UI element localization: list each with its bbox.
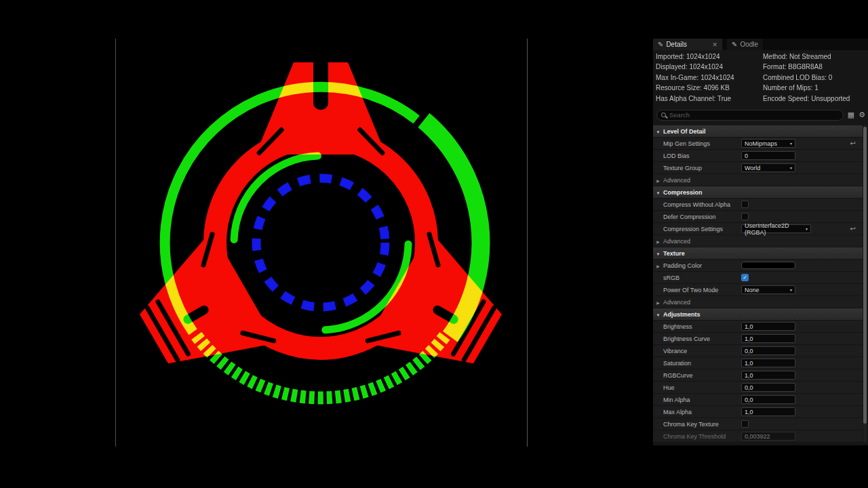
- settings-gear-icon[interactable]: ⚙: [859, 111, 865, 119]
- section-label: Texture: [663, 250, 685, 257]
- chevron-down-icon: ▾: [790, 141, 792, 146]
- property-label: Min Alpha: [663, 396, 741, 403]
- chevron-down-icon: ▾: [790, 165, 792, 170]
- property-label: LOD Bias: [663, 152, 741, 159]
- property-label: Brightness Curve: [663, 336, 741, 342]
- row-lod-bias: LOD Bias 0: [653, 150, 863, 162]
- dropdown-value: UserInterface2D (RGBA): [745, 222, 804, 236]
- tab-oodle-label: Oodle: [740, 41, 758, 48]
- row-chroma-key-threshold: Chroma Key Threshold 0,003922: [653, 430, 863, 443]
- collapsed-icon: ▶: [656, 179, 660, 183]
- property-label: Chroma Key Threshold: [663, 433, 741, 440]
- texture-preview-viewport[interactable]: [116, 39, 527, 447]
- advanced-label: Advanced: [663, 238, 863, 245]
- section-label: Adjustments: [663, 311, 701, 318]
- property-label: Compress Without Alpha: [663, 201, 741, 208]
- row-advanced-lod[interactable]: ▶ Advanced: [653, 174, 863, 186]
- row-hue: Hue 0,0: [653, 382, 863, 394]
- section-compression[interactable]: ▼ Compression: [653, 186, 863, 199]
- expand-icon: ▼: [656, 191, 660, 195]
- row-defer-compression: Defer Compression: [653, 211, 863, 223]
- power-of-two-mode-dropdown[interactable]: None ▾: [741, 285, 795, 294]
- scrollbar-thumb[interactable]: [863, 127, 867, 424]
- info-displayed: Displayed: 1024x1024: [656, 62, 763, 72]
- mip-gen-settings-dropdown[interactable]: NoMipmaps ▾: [741, 139, 795, 148]
- property-label: Power Of Two Mode: [663, 287, 741, 293]
- info-method: Method: Not Streamed: [763, 52, 865, 62]
- saturation-input[interactable]: 1,0: [741, 359, 795, 367]
- row-saturation: Saturation 1,0: [653, 357, 863, 369]
- property-label: Compression Settings: [663, 226, 741, 232]
- advanced-label: Advanced: [663, 299, 863, 306]
- row-texture-group: Texture Group World ▾: [653, 162, 863, 174]
- info-resource-size: Resource Size: 4096 KB: [656, 83, 763, 93]
- row-brightness: Brightness 1,0: [653, 321, 863, 333]
- section-label: Compression: [663, 189, 703, 196]
- search-input[interactable]: [669, 111, 839, 119]
- chevron-down-icon: ▾: [790, 287, 792, 292]
- reset-to-default-icon[interactable]: ↩: [850, 140, 856, 147]
- dropdown-value: None: [745, 287, 760, 293]
- tab-close-icon[interactable]: ✕: [712, 41, 717, 48]
- info-alpha-channel: Has Alpha Channel: True: [656, 94, 763, 104]
- row-max-alpha: Max Alpha 1,0: [653, 406, 863, 418]
- collapsed-icon: ▶: [656, 240, 660, 244]
- viewport-left-border: [115, 39, 116, 447]
- property-label: Padding Color: [663, 262, 741, 269]
- property-label: sRGB: [663, 274, 741, 281]
- compression-settings-dropdown[interactable]: UserInterface2D (RGBA) ▾: [741, 224, 811, 233]
- brightness-curve-input[interactable]: 1,0: [741, 334, 795, 343]
- search-icon: [661, 113, 666, 117]
- property-matrix-icon[interactable]: ▦: [848, 111, 854, 119]
- section-adjustments[interactable]: ▼ Adjustments: [653, 308, 863, 321]
- property-label: RGBCurve: [663, 372, 741, 379]
- search-row: ▦ ⚙: [656, 109, 865, 121]
- info-lod-bias: Combined LOD Bias: 0: [763, 73, 865, 83]
- row-rgbcurve: RGBCurve 1,0: [653, 369, 863, 382]
- property-label: Hue: [663, 384, 741, 391]
- lod-bias-input[interactable]: 0: [741, 151, 795, 160]
- search-box[interactable]: [656, 110, 844, 121]
- viewport-right-border: [527, 39, 528, 447]
- hue-input[interactable]: 0,0: [741, 383, 795, 392]
- padding-color-swatch[interactable]: [741, 262, 795, 269]
- tab-details[interactable]: ✎ Details ✕: [653, 39, 722, 50]
- compress-without-alpha-checkbox[interactable]: [741, 201, 749, 208]
- section-level-of-detail[interactable]: ▼ Level Of Detail: [653, 125, 863, 138]
- info-max-ingame: Max In-Game: 1024x1024: [656, 73, 763, 83]
- section-texture[interactable]: ▼ Texture: [653, 247, 863, 260]
- details-pencil-icon: ✎: [658, 41, 663, 48]
- row-vibrance: Vibrance 0,0: [653, 345, 863, 357]
- min-alpha-input[interactable]: 0,0: [741, 395, 795, 404]
- tab-details-label: Details: [666, 41, 687, 48]
- property-label: Vibrance: [663, 348, 741, 354]
- row-chroma-key-texture: Chroma Key Texture: [653, 418, 863, 430]
- dropdown-value: NoMipmaps: [745, 140, 777, 147]
- vibrance-input[interactable]: 0,0: [741, 346, 795, 355]
- advanced-label: Advanced: [663, 177, 863, 184]
- reset-to-default-icon[interactable]: ↩: [850, 226, 856, 232]
- srgb-checkbox[interactable]: ✓: [741, 274, 749, 281]
- property-label: Texture Group: [663, 165, 741, 171]
- row-advanced-texture[interactable]: ▶ Advanced: [653, 296, 863, 308]
- tab-oodle[interactable]: ✎ Oodle: [727, 39, 763, 50]
- chroma-key-texture-checkbox[interactable]: [741, 420, 749, 428]
- property-rows: ▼ Level Of Detail Mip Gen Settings NoMip…: [653, 125, 863, 443]
- dropdown-value: World: [745, 165, 760, 171]
- oodle-pencil-icon: ✎: [732, 41, 737, 48]
- check-icon: ✓: [743, 275, 747, 281]
- texture-editor-window: ✎ Details ✕ ✎ Oodle Imported: 1024x1024M…: [0, 0, 868, 488]
- panel-scrollbar[interactable]: [863, 125, 867, 443]
- brightness-input[interactable]: 1,0: [741, 322, 795, 331]
- rgbcurve-input[interactable]: 1,0: [741, 371, 795, 380]
- section-label: Level Of Detail: [663, 128, 706, 135]
- defer-compression-checkbox[interactable]: [741, 213, 749, 220]
- property-label: Saturation: [663, 360, 741, 367]
- row-min-alpha: Min Alpha 0,0: [653, 394, 863, 406]
- row-srgb: sRGB ✓: [653, 272, 863, 284]
- max-alpha-input[interactable]: 1,0: [741, 407, 795, 416]
- chevron-down-icon: ▾: [806, 226, 808, 231]
- texture-group-dropdown[interactable]: World ▾: [741, 163, 795, 172]
- info-format: Format: B8G8R8A8: [763, 62, 865, 72]
- row-advanced-compression[interactable]: ▶ Advanced: [653, 235, 863, 247]
